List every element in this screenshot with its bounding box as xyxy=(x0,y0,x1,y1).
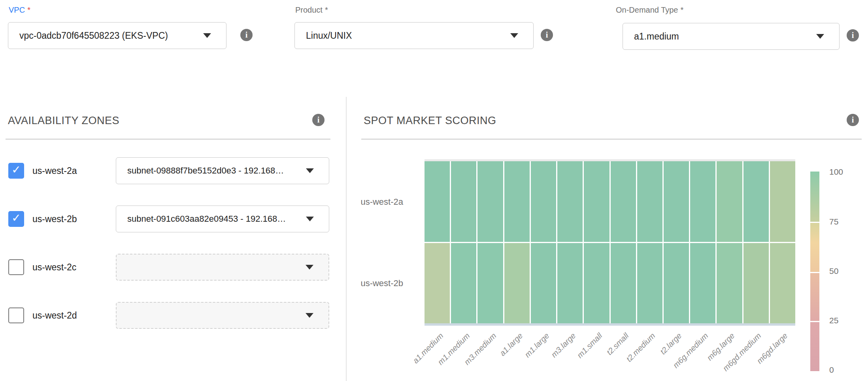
availability-zones-title: AVAILABILITY ZONES xyxy=(8,115,119,127)
colorbar-tick-label: 0 xyxy=(829,365,834,375)
heatmap-cell xyxy=(717,243,742,324)
check-icon: ✓ xyxy=(11,164,21,175)
on-demand-type-select-value: a1.medium xyxy=(623,31,816,42)
heatmap-y-label: us-west-2a xyxy=(360,197,403,207)
heatmap-cell xyxy=(611,243,636,324)
heatmap-grid xyxy=(425,161,795,323)
section-underline xyxy=(361,139,862,140)
heatmap-cell xyxy=(584,243,609,324)
checkbox-us-west-2b[interactable]: ✓ xyxy=(8,211,24,227)
heatmap-cell xyxy=(743,243,769,324)
heatmap-cell xyxy=(425,161,450,242)
spot-market-scoring-title: SPOT MARKET SCORING xyxy=(364,115,496,127)
heatmap-cell xyxy=(557,243,583,324)
info-icon[interactable]: i xyxy=(240,29,253,41)
subnet-select-us-west-2d[interactable] xyxy=(116,302,329,329)
checkbox-us-west-2c[interactable]: ✓ xyxy=(8,259,24,275)
colorbar-segment xyxy=(810,223,819,272)
heatmap-cell xyxy=(664,161,689,242)
spot-configuration-page: VPC* vpc-0adcb70f645508223 (EKS-VPC) i P… xyxy=(0,0,868,381)
colorbar-segment xyxy=(810,322,819,371)
heatmap-cell xyxy=(611,161,636,242)
heatmap-x-label: a1.medium xyxy=(384,331,445,381)
heatmap-x-axis: a1.mediumm1.mediumm3.mediuma1.largem1.la… xyxy=(425,331,795,381)
heatmap-cell xyxy=(584,161,609,242)
info-icon[interactable]: i xyxy=(541,29,553,41)
colorbar-tick-label: 25 xyxy=(829,316,838,325)
heatmap-y-axis: us-west-2aus-west-2b xyxy=(336,161,403,323)
heatmap-cell xyxy=(477,243,503,324)
check-icon: ✓ xyxy=(11,213,21,224)
product-label: Product* xyxy=(295,6,328,15)
vpc-select-value: vpc-0adcb70f645508223 (EKS-VPC) xyxy=(8,30,203,41)
caret-down-icon xyxy=(510,33,518,38)
heatmap-cell xyxy=(477,161,503,242)
subnet-select-value: subnet-091c603aa82e09453 - 192.168… xyxy=(116,214,306,224)
product-select[interactable]: Linux/UNIX xyxy=(294,22,534,49)
colorbar-tick-label: 50 xyxy=(829,266,838,276)
heatmap-cell xyxy=(637,243,662,324)
vpc-label: VPC* xyxy=(9,6,30,15)
heatmap-cell xyxy=(531,161,556,242)
heatmap-cell xyxy=(664,243,689,324)
caret-down-icon xyxy=(816,34,824,39)
colorbar-segment xyxy=(810,273,819,321)
checkbox-us-west-2d[interactable]: ✓ xyxy=(8,307,24,323)
heatmap-cell xyxy=(451,243,476,324)
heatmap-cell xyxy=(425,243,450,324)
subnet-select-us-west-2b[interactable]: subnet-091c603aa82e09453 - 192.168… xyxy=(116,206,329,232)
caret-down-icon xyxy=(306,168,314,173)
info-icon[interactable]: i xyxy=(847,114,859,126)
required-marker: * xyxy=(27,6,30,14)
caret-down-icon xyxy=(306,313,313,318)
heatmap-cell xyxy=(504,243,530,324)
heatmap-cell xyxy=(770,243,795,324)
info-icon[interactable]: i xyxy=(847,29,859,41)
caret-down-icon xyxy=(306,265,313,270)
zone-label: us-west-2a xyxy=(32,166,77,176)
subnet-select-us-west-2a[interactable]: subnet-09888f7be5152d0e3 - 192.168… xyxy=(116,157,329,184)
subnet-select-us-west-2c[interactable] xyxy=(116,254,329,281)
caret-down-icon xyxy=(306,217,314,221)
zone-label: us-west-2b xyxy=(32,214,77,224)
heatmap-y-label: us-west-2b xyxy=(360,278,403,289)
heatmap-axis-baseline xyxy=(425,323,795,326)
product-select-value: Linux/UNIX xyxy=(295,30,510,41)
heatmap-cell xyxy=(637,161,662,242)
heatmap-cell xyxy=(690,243,715,324)
heatmap-cell xyxy=(557,161,583,242)
required-marker: * xyxy=(681,6,684,14)
heatmap-cell xyxy=(451,161,476,242)
info-icon[interactable]: i xyxy=(312,114,325,126)
heatmap-cell xyxy=(531,243,556,324)
heatmap-cell xyxy=(770,161,795,242)
heatmap-cell xyxy=(504,161,530,242)
vpc-select[interactable]: vpc-0adcb70f645508223 (EKS-VPC) xyxy=(8,22,226,49)
required-marker: * xyxy=(325,6,328,14)
subnet-select-value: subnet-09888f7be5152d0e3 - 192.168… xyxy=(116,166,306,176)
heatmap-cell xyxy=(717,161,742,242)
colorbar-segment xyxy=(810,172,819,222)
heatmap-cell xyxy=(743,161,769,242)
section-underline xyxy=(6,139,330,140)
colorbar-tick-label: 75 xyxy=(829,217,838,226)
caret-down-icon xyxy=(203,33,211,38)
zone-label: us-west-2d xyxy=(32,310,77,321)
checkbox-us-west-2a[interactable]: ✓ xyxy=(8,163,24,179)
heatmap-cell xyxy=(690,161,715,242)
zone-label: us-west-2c xyxy=(32,262,76,273)
colorbar-tick-label: 100 xyxy=(829,167,843,177)
on-demand-type-label: On-Demand Type* xyxy=(616,6,683,15)
on-demand-type-select[interactable]: a1.medium xyxy=(623,23,840,50)
